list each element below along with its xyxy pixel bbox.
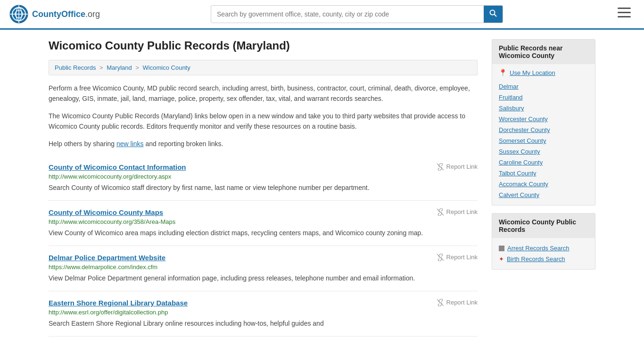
search-icon [489,9,497,17]
nearby-link-3[interactable]: Worcester County [499,114,588,124]
svg-line-7 [495,15,497,17]
broken-link-icon-0 [437,163,444,171]
nearby-link-8[interactable]: Talbot County [499,168,588,179]
hamburger-icon [618,8,631,18]
report-label-3: Report Link [446,299,478,306]
nearby-link-5[interactable]: Somerset County [499,135,588,146]
report-link-3[interactable]: Report Link [437,299,478,306]
breadcrumb-maryland[interactable]: Maryland [107,64,132,71]
nearby-section: Public Records near Wicomico County 📍 Us… [492,39,595,206]
record-link-1[interactable]: ✦ Birth Records Search [499,254,588,264]
record-url-1[interactable]: http://www.wicomicocounty.org/358/Area-M… [49,218,478,225]
record-url-2[interactable]: https://www.delmarpolice.com/index.cfm [49,263,478,271]
record-desc-0: Search County of Wicomico staff director… [49,183,478,193]
main-content: Wicomico County Public Records (Maryland… [49,39,478,337]
search-bar [211,5,503,23]
record-desc-2: View Delmar Police Department general in… [49,273,478,283]
report-label-0: Report Link [446,163,478,170]
county-records-body: Arrest Records Search ✦ Birth Records Se… [492,238,595,269]
main-container: Wicomico County Public Records (Maryland… [39,30,605,346]
breadcrumb-wicomico[interactable]: Wicomico County [143,64,190,71]
desc3-post: and reporting broken links. [144,140,223,148]
record-item-0: County of Wicomico Contact Information R… [49,156,478,201]
breadcrumb-separator-2: > [135,64,139,71]
record-title-1[interactable]: County of Wicomico County Maps [49,208,163,216]
record-title-3[interactable]: Eastern Shore Regional Library Database [49,299,188,307]
arrest-records-link[interactable]: Arrest Records Search [507,245,570,252]
records-list: County of Wicomico Contact Information R… [49,156,478,337]
nearby-link-7[interactable]: Caroline County [499,157,588,168]
nearby-link-9[interactable]: Accomack County [499,179,588,189]
record-title-0[interactable]: County of Wicomico Contact Information [49,163,186,171]
nearby-link-0[interactable]: Delmar [499,81,588,92]
report-label-1: Report Link [446,208,478,215]
svg-point-6 [490,10,495,15]
desc3-pre: Help others by sharing [49,140,116,148]
page-title: Wicomico County Public Records (Maryland… [49,39,478,52]
site-header: CountyOffice.org [0,0,644,30]
description-3: Help others by sharing new links and rep… [49,139,478,149]
nearby-link-6[interactable]: Sussex County [499,146,588,157]
record-item-2: Delmar Police Department Website Report … [49,246,478,291]
nearby-link-4[interactable]: Dorchester County [499,124,588,135]
report-link-1[interactable]: Report Link [437,208,478,216]
pin-icon: 📍 [499,69,507,76]
record-item-3: Eastern Shore Regional Library Database … [49,291,478,337]
square-icon-0 [499,246,504,251]
new-links-link[interactable]: new links [116,140,144,148]
breadcrumb-public-records[interactable]: Public Records [55,64,96,71]
logo-text: CountyOffice.org [32,9,100,19]
birth-records-link[interactable]: Birth Records Search [507,255,565,263]
nearby-link-2[interactable]: Salisbury [499,103,588,114]
broken-link-icon-2 [437,254,444,261]
report-link-2[interactable]: Report Link [437,254,478,261]
svg-rect-8 [618,8,631,9]
nearby-title: Public Records near Wicomico County [492,40,595,64]
county-records-section: Wicomico County Public Records Arrest Re… [492,213,595,270]
nearby-link-1[interactable]: Fruitland [499,92,588,103]
broken-link-icon-1 [437,208,444,216]
record-url-3[interactable]: http://www.esrl.org/offer/digitalcollect… [49,309,478,316]
sidebar: Public Records near Wicomico County 📍 Us… [492,39,595,337]
description-2: The Wicomico County Public Records (Mary… [49,111,478,132]
description-1: Perform a free Wicomico County, MD publi… [49,83,478,104]
svg-rect-9 [618,12,631,13]
record-url-0[interactable]: http://www.wicomicocounty.org/directory.… [49,173,478,180]
county-records-title: Wicomico County Public Records [492,214,595,238]
breadcrumb: Public Records > Maryland > Wicomico Cou… [49,60,478,75]
report-label-2: Report Link [446,254,478,261]
record-link-0[interactable]: Arrest Records Search [499,243,588,254]
use-location-link[interactable]: Use My Location [510,69,555,76]
svg-rect-10 [618,16,631,17]
nearby-link-10[interactable]: Calvert County [499,189,588,200]
report-link-0[interactable]: Report Link [437,163,478,171]
record-item-1: County of Wicomico County Maps Report Li… [49,201,478,246]
search-button[interactable] [484,6,503,23]
search-input[interactable] [211,7,484,22]
use-my-location[interactable]: 📍 Use My Location [499,69,588,76]
record-desc-3: Search Eastern Shore Regional Library on… [49,319,478,329]
logo-icon [9,5,28,24]
cross-icon-1: ✦ [499,255,504,263]
record-title-2[interactable]: Delmar Police Department Website [49,254,165,262]
record-desc-1: View County of Wicomico area maps includ… [49,228,478,238]
broken-link-icon-3 [437,299,444,306]
nearby-body: 📍 Use My Location Delmar Fruitland Salis… [492,64,595,205]
logo-area[interactable]: CountyOffice.org [9,5,100,24]
menu-button[interactable] [614,6,635,23]
breadcrumb-separator-1: > [99,64,103,71]
